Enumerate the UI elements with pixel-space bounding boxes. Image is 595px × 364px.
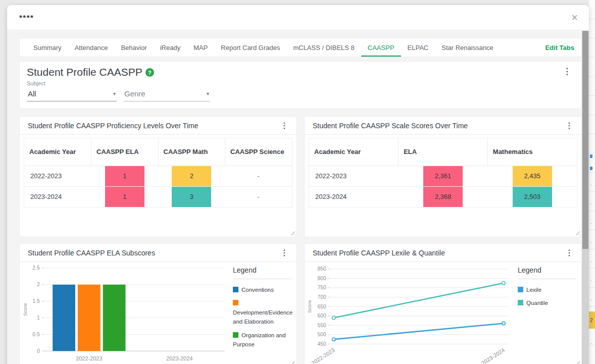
subject-label: Subject [27,80,117,86]
legend-item[interactable]: Development/Evidence and Elaboration [233,298,291,326]
tab-star-renaissance[interactable]: Star Renaissance [435,38,500,57]
column-header: CAASPP Math [158,138,225,166]
modal-titlebar: **** × [7,5,589,30]
legend-item[interactable]: Organization and Purpose [233,331,291,349]
student-profile-modal: **** × SummaryAttendanceBehavioriReadyMA… [7,5,589,364]
card-kebab-menu-icon[interactable]: ⋮ [562,248,576,258]
legend-label: Lexile [526,287,541,293]
svg-text:600: 600 [317,313,326,319]
background-dash: - [590,298,592,302]
background-dash: - [590,221,592,226]
ela-subscores-card: Student Profile CAASPP ELA Subscores ⋮ 0… [19,243,297,364]
column-header: Academic Year [24,138,91,166]
chart-legend: Legend ConventionsDevelopment/Evidence a… [228,263,293,364]
page-background: - - - - - - - - 2 **** × SummaryAttendan… [0,0,595,364]
scrollbar-thumb[interactable] [582,31,588,249]
tab-report-card-grades[interactable]: Report Card Grades [214,38,286,57]
svg-text:0.5: 0.5 [32,332,40,337]
svg-text:2023-2024: 2023-2024 [480,347,506,364]
background-blue-mark [590,167,592,170]
svg-text:2: 2 [37,282,40,287]
legend-label: Development/Evidence and Elaboration [233,309,292,325]
card-kebab-menu-icon[interactable]: ⋮ [562,121,576,131]
card-kebab-menu-icon[interactable]: ⋮ [277,248,291,258]
svg-text:2022-2023: 2022-2023 [310,347,335,364]
score-badge: 2 [172,166,211,186]
edit-tabs-button[interactable]: Edit Tabs [545,44,574,51]
background-dash: - [590,202,592,206]
tab-caaspp[interactable]: CAASPP [361,38,401,57]
legend-title: Legend [233,266,291,279]
genre-select[interactable]: Genre ▾ [123,88,210,101]
svg-text:500: 500 [317,332,326,337]
subject-value: All [28,89,36,98]
svg-text:0: 0 [37,348,40,354]
legend-label: Conventions [241,287,274,293]
year-cell: 2023-2024 [309,186,399,207]
tab-iready[interactable]: iReady [154,38,187,57]
background-dash: - [590,240,592,245]
svg-text:Score: Score [307,300,312,313]
chart-legend: Legend LexileQuantile [513,263,578,364]
tab-map[interactable]: MAP [187,38,214,57]
help-icon[interactable]: ? [145,68,154,77]
proficiency-levels-card: Student Profile CAASPP Proficiency Level… [19,116,297,237]
legend-swatch-icon [233,287,238,292]
legend-swatch-icon [233,300,238,305]
card-title: Student Profile CAASPP ELA Subscores [28,249,155,257]
resize-handle-icon[interactable] [290,231,295,235]
tab-summary[interactable]: Summary [27,38,68,57]
year-cell: 2022-2023 [309,166,399,186]
legend-item[interactable]: Quantile [518,298,576,307]
svg-text:2.5: 2.5 [32,265,40,271]
legend-item[interactable]: Lexile [518,285,576,294]
column-header: ELA [399,138,488,166]
header-kebab-menu-icon[interactable]: ⋮ [560,66,574,77]
table-row: 2022-20232,3612,435 [309,166,577,186]
modal-scrollbar[interactable] [582,31,589,364]
svg-text:700: 700 [317,294,326,300]
legend-title: Legend [518,266,576,279]
tab-mclass-dibels-8[interactable]: mCLASS / DIBELS 8 [286,38,361,57]
page-title: Student Profile CAASPP [27,66,142,78]
table-row: 2023-20242,3682,503 [309,186,577,207]
svg-text:1: 1 [37,315,40,321]
tab-attendance[interactable]: Attendance [68,38,115,57]
svg-text:850: 850 [317,266,326,272]
svg-text:450: 450 [317,341,326,347]
ela-subscores-bar-chart: 00.511.522.52022-20232023-2024Score [22,263,228,364]
background-page-sliver: - - - - - - - - 2 [589,0,595,364]
legend-swatch-icon [233,332,238,338]
year-cell: 2023-2024 [24,186,91,207]
scale-scores-card: Student Profile CAASPP Scale Scores Over… [304,116,582,237]
background-dash: - [590,259,592,264]
empty-cell: - [225,166,292,186]
score-cell: 3 [158,186,225,207]
resize-handle-icon[interactable] [575,231,580,235]
score-cell: 2 [158,166,225,186]
background-badge: 2 [589,311,595,329]
proficiency-table: Academic YearCAASPP ELACAASPP MathCAASPP… [24,138,292,207]
modal-body: SummaryAttendanceBehavioriReadyMAPReport… [7,31,589,364]
legend-item[interactable]: Conventions [233,285,291,294]
score-badge: 2,435 [513,166,552,186]
card-kebab-menu-icon[interactable]: ⋮ [277,121,291,131]
score-cell: 2,435 [487,166,577,186]
subject-select[interactable]: Subject All ▾ [27,80,117,101]
close-icon[interactable]: × [569,12,580,23]
lexile-quantile-line-chart: 4505005506006507007508008502022-20232023… [307,263,513,364]
score-cell: 2,368 [399,186,488,207]
score-badge: 2,503 [513,187,552,207]
svg-text:750: 750 [317,285,326,291]
dashboard-grid: Student Profile CAASPP Proficiency Level… [19,116,582,364]
tab-behavior[interactable]: Behavior [114,38,153,57]
data-table: Academic YearCAASPP ELACAASPP MathCAASPP… [24,138,292,207]
tab-elpac[interactable]: ELPAC [401,38,435,57]
caaspp-header-card: Student Profile CAASPP ? ⋮ Subject All ▾ [19,61,582,109]
table-row: 2022-202312- [24,166,292,186]
chevron-down-icon: ▾ [207,91,209,96]
score-badge: 1 [105,187,144,207]
column-header: Mathematics [487,138,577,166]
column-header: CAASPP Science [225,138,292,166]
genre-placeholder: Genre [124,89,145,98]
